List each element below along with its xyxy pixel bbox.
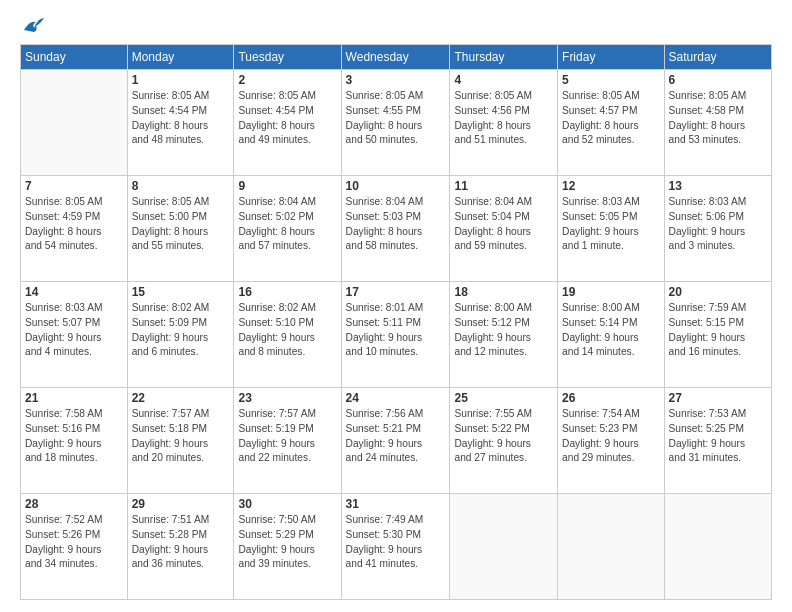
calendar-cell: 31Sunrise: 7:49 AMSunset: 5:30 PMDayligh… bbox=[341, 494, 450, 600]
day-info: Sunrise: 8:02 AMSunset: 5:09 PMDaylight:… bbox=[132, 301, 230, 360]
day-number: 14 bbox=[25, 285, 123, 299]
day-number: 10 bbox=[346, 179, 446, 193]
day-info: Sunrise: 8:04 AMSunset: 5:02 PMDaylight:… bbox=[238, 195, 336, 254]
day-info: Sunrise: 8:05 AMSunset: 4:54 PMDaylight:… bbox=[238, 89, 336, 148]
day-number: 11 bbox=[454, 179, 553, 193]
day-info: Sunrise: 8:04 AMSunset: 5:03 PMDaylight:… bbox=[346, 195, 446, 254]
calendar-cell: 8Sunrise: 8:05 AMSunset: 5:00 PMDaylight… bbox=[127, 176, 234, 282]
day-info: Sunrise: 8:04 AMSunset: 5:04 PMDaylight:… bbox=[454, 195, 553, 254]
day-info: Sunrise: 7:54 AMSunset: 5:23 PMDaylight:… bbox=[562, 407, 660, 466]
day-info: Sunrise: 8:05 AMSunset: 4:54 PMDaylight:… bbox=[132, 89, 230, 148]
calendar-cell: 24Sunrise: 7:56 AMSunset: 5:21 PMDayligh… bbox=[341, 388, 450, 494]
day-number: 30 bbox=[238, 497, 336, 511]
day-number: 16 bbox=[238, 285, 336, 299]
day-number: 27 bbox=[669, 391, 767, 405]
calendar-cell: 17Sunrise: 8:01 AMSunset: 5:11 PMDayligh… bbox=[341, 282, 450, 388]
calendar-cell: 7Sunrise: 8:05 AMSunset: 4:59 PMDaylight… bbox=[21, 176, 128, 282]
day-info: Sunrise: 8:00 AMSunset: 5:12 PMDaylight:… bbox=[454, 301, 553, 360]
day-number: 26 bbox=[562, 391, 660, 405]
calendar-cell: 6Sunrise: 8:05 AMSunset: 4:58 PMDaylight… bbox=[664, 70, 771, 176]
day-info: Sunrise: 7:56 AMSunset: 5:21 PMDaylight:… bbox=[346, 407, 446, 466]
calendar-cell: 3Sunrise: 8:05 AMSunset: 4:55 PMDaylight… bbox=[341, 70, 450, 176]
calendar-cell: 16Sunrise: 8:02 AMSunset: 5:10 PMDayligh… bbox=[234, 282, 341, 388]
calendar-cell bbox=[664, 494, 771, 600]
weekday-header-monday: Monday bbox=[127, 45, 234, 70]
day-number: 2 bbox=[238, 73, 336, 87]
calendar-cell: 27Sunrise: 7:53 AMSunset: 5:25 PMDayligh… bbox=[664, 388, 771, 494]
weekday-header-sunday: Sunday bbox=[21, 45, 128, 70]
day-info: Sunrise: 7:58 AMSunset: 5:16 PMDaylight:… bbox=[25, 407, 123, 466]
calendar-cell: 29Sunrise: 7:51 AMSunset: 5:28 PMDayligh… bbox=[127, 494, 234, 600]
calendar-cell: 26Sunrise: 7:54 AMSunset: 5:23 PMDayligh… bbox=[558, 388, 665, 494]
calendar-cell: 13Sunrise: 8:03 AMSunset: 5:06 PMDayligh… bbox=[664, 176, 771, 282]
calendar-cell: 9Sunrise: 8:04 AMSunset: 5:02 PMDaylight… bbox=[234, 176, 341, 282]
calendar-cell: 28Sunrise: 7:52 AMSunset: 5:26 PMDayligh… bbox=[21, 494, 128, 600]
calendar-cell: 1Sunrise: 8:05 AMSunset: 4:54 PMDaylight… bbox=[127, 70, 234, 176]
day-info: Sunrise: 7:52 AMSunset: 5:26 PMDaylight:… bbox=[25, 513, 123, 572]
weekday-header-saturday: Saturday bbox=[664, 45, 771, 70]
day-number: 13 bbox=[669, 179, 767, 193]
day-number: 4 bbox=[454, 73, 553, 87]
day-number: 1 bbox=[132, 73, 230, 87]
day-info: Sunrise: 8:02 AMSunset: 5:10 PMDaylight:… bbox=[238, 301, 336, 360]
day-info: Sunrise: 7:53 AMSunset: 5:25 PMDaylight:… bbox=[669, 407, 767, 466]
header bbox=[20, 16, 772, 34]
logo bbox=[20, 16, 44, 34]
calendar-cell: 22Sunrise: 7:57 AMSunset: 5:18 PMDayligh… bbox=[127, 388, 234, 494]
day-number: 17 bbox=[346, 285, 446, 299]
day-number: 21 bbox=[25, 391, 123, 405]
weekday-header-friday: Friday bbox=[558, 45, 665, 70]
day-number: 19 bbox=[562, 285, 660, 299]
calendar-cell: 10Sunrise: 8:04 AMSunset: 5:03 PMDayligh… bbox=[341, 176, 450, 282]
day-number: 9 bbox=[238, 179, 336, 193]
day-number: 22 bbox=[132, 391, 230, 405]
weekday-header-wednesday: Wednesday bbox=[341, 45, 450, 70]
calendar-cell: 14Sunrise: 8:03 AMSunset: 5:07 PMDayligh… bbox=[21, 282, 128, 388]
day-info: Sunrise: 8:03 AMSunset: 5:07 PMDaylight:… bbox=[25, 301, 123, 360]
day-number: 6 bbox=[669, 73, 767, 87]
day-number: 31 bbox=[346, 497, 446, 511]
calendar-cell: 11Sunrise: 8:04 AMSunset: 5:04 PMDayligh… bbox=[450, 176, 558, 282]
day-number: 15 bbox=[132, 285, 230, 299]
day-info: Sunrise: 8:05 AMSunset: 4:59 PMDaylight:… bbox=[25, 195, 123, 254]
calendar-cell: 20Sunrise: 7:59 AMSunset: 5:15 PMDayligh… bbox=[664, 282, 771, 388]
day-info: Sunrise: 8:05 AMSunset: 4:55 PMDaylight:… bbox=[346, 89, 446, 148]
calendar-cell: 23Sunrise: 7:57 AMSunset: 5:19 PMDayligh… bbox=[234, 388, 341, 494]
calendar-cell: 25Sunrise: 7:55 AMSunset: 5:22 PMDayligh… bbox=[450, 388, 558, 494]
day-info: Sunrise: 8:00 AMSunset: 5:14 PMDaylight:… bbox=[562, 301, 660, 360]
weekday-header-row: SundayMondayTuesdayWednesdayThursdayFrid… bbox=[21, 45, 772, 70]
day-number: 28 bbox=[25, 497, 123, 511]
calendar-cell: 12Sunrise: 8:03 AMSunset: 5:05 PMDayligh… bbox=[558, 176, 665, 282]
day-number: 24 bbox=[346, 391, 446, 405]
day-number: 3 bbox=[346, 73, 446, 87]
day-info: Sunrise: 8:05 AMSunset: 4:57 PMDaylight:… bbox=[562, 89, 660, 148]
calendar-cell: 15Sunrise: 8:02 AMSunset: 5:09 PMDayligh… bbox=[127, 282, 234, 388]
day-number: 8 bbox=[132, 179, 230, 193]
day-number: 20 bbox=[669, 285, 767, 299]
day-number: 12 bbox=[562, 179, 660, 193]
calendar-cell: 21Sunrise: 7:58 AMSunset: 5:16 PMDayligh… bbox=[21, 388, 128, 494]
day-info: Sunrise: 7:57 AMSunset: 5:18 PMDaylight:… bbox=[132, 407, 230, 466]
calendar-cell: 30Sunrise: 7:50 AMSunset: 5:29 PMDayligh… bbox=[234, 494, 341, 600]
calendar-cell bbox=[558, 494, 665, 600]
week-row-4: 21Sunrise: 7:58 AMSunset: 5:16 PMDayligh… bbox=[21, 388, 772, 494]
day-number: 25 bbox=[454, 391, 553, 405]
logo-bird-icon bbox=[22, 16, 44, 34]
day-info: Sunrise: 8:05 AMSunset: 4:56 PMDaylight:… bbox=[454, 89, 553, 148]
day-info: Sunrise: 8:03 AMSunset: 5:06 PMDaylight:… bbox=[669, 195, 767, 254]
day-number: 18 bbox=[454, 285, 553, 299]
day-info: Sunrise: 7:55 AMSunset: 5:22 PMDaylight:… bbox=[454, 407, 553, 466]
day-info: Sunrise: 8:05 AMSunset: 4:58 PMDaylight:… bbox=[669, 89, 767, 148]
day-number: 29 bbox=[132, 497, 230, 511]
day-info: Sunrise: 7:49 AMSunset: 5:30 PMDaylight:… bbox=[346, 513, 446, 572]
day-info: Sunrise: 7:59 AMSunset: 5:15 PMDaylight:… bbox=[669, 301, 767, 360]
week-row-1: 1Sunrise: 8:05 AMSunset: 4:54 PMDaylight… bbox=[21, 70, 772, 176]
day-number: 7 bbox=[25, 179, 123, 193]
calendar-cell: 19Sunrise: 8:00 AMSunset: 5:14 PMDayligh… bbox=[558, 282, 665, 388]
day-info: Sunrise: 7:50 AMSunset: 5:29 PMDaylight:… bbox=[238, 513, 336, 572]
week-row-3: 14Sunrise: 8:03 AMSunset: 5:07 PMDayligh… bbox=[21, 282, 772, 388]
calendar-cell: 5Sunrise: 8:05 AMSunset: 4:57 PMDaylight… bbox=[558, 70, 665, 176]
day-info: Sunrise: 8:01 AMSunset: 5:11 PMDaylight:… bbox=[346, 301, 446, 360]
weekday-header-thursday: Thursday bbox=[450, 45, 558, 70]
calendar-cell: 18Sunrise: 8:00 AMSunset: 5:12 PMDayligh… bbox=[450, 282, 558, 388]
